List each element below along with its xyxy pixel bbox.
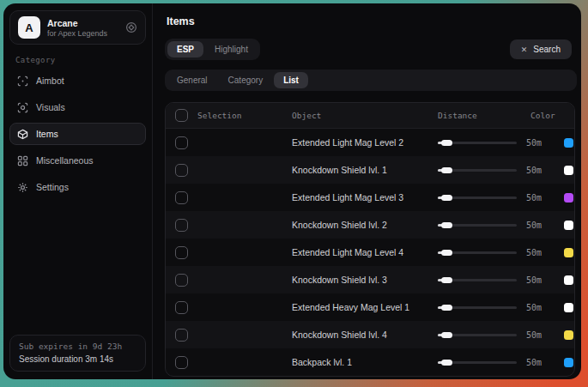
row-checkbox[interactable]	[175, 136, 188, 149]
table-row: Extended Light Mag Level 3 50m	[166, 184, 574, 211]
search-button-label: Search	[533, 45, 561, 54]
distance-slider[interactable]	[438, 224, 517, 227]
row-checkbox[interactable]	[175, 191, 188, 204]
distance-slider[interactable]	[438, 251, 517, 254]
slider-handle[interactable]	[441, 195, 452, 201]
column-header-object: Object	[292, 111, 438, 120]
table-row: Backpack lvl. 1 50m	[166, 348, 574, 376]
tab-list[interactable]: List	[274, 72, 308, 88]
app-logo-card: A Arcane for Apex Legends	[9, 10, 146, 45]
gear-icon	[17, 182, 28, 193]
distance-slider[interactable]	[438, 142, 517, 144]
sidebar-item-label: Items	[36, 129, 58, 139]
object-label: Extended Light Mag Level 3	[292, 192, 438, 203]
sidebar-item-settings[interactable]: Settings	[9, 176, 146, 198]
distance-value: 50m	[526, 330, 542, 340]
object-label: Knockdown Shield lvl. 3	[292, 275, 438, 285]
color-swatch[interactable]	[564, 275, 573, 285]
slider-handle[interactable]	[441, 140, 452, 146]
color-swatch[interactable]	[564, 138, 573, 148]
tab-general[interactable]: General	[167, 72, 217, 88]
distance-slider[interactable]	[438, 334, 517, 336]
sidebar-item-visuals[interactable]: Visuals	[9, 96, 146, 118]
color-swatch[interactable]	[564, 303, 573, 312]
sidebar-item-label: Miscellaneous	[36, 155, 94, 166]
table-row: Extended Heavy Mag Level 1 50m	[166, 293, 574, 321]
table-row: Extended Light Mag Level 4 50m	[166, 239, 574, 266]
color-swatch[interactable]	[564, 193, 573, 203]
slider-handle[interactable]	[441, 277, 452, 283]
table-body: Extended Light Mag Level 2 50m Knockdown…	[166, 129, 574, 376]
slider-handle[interactable]	[441, 305, 452, 311]
object-label: Knockdown Shield lvl. 2	[292, 220, 438, 230]
distance-value: 50m	[526, 275, 542, 285]
slider-handle[interactable]	[441, 332, 452, 338]
slider-handle[interactable]	[441, 222, 452, 228]
object-label: Backpack lvl. 1	[292, 357, 438, 367]
tab-highlight[interactable]: Highlight	[205, 41, 258, 57]
distance-slider[interactable]	[438, 306, 517, 309]
toolbar: ESP Highlight ✕ Search	[165, 39, 577, 60]
color-swatch[interactable]	[564, 221, 573, 230]
object-label: Knockdown Shield lvl. 4	[292, 330, 438, 340]
table-row: Knockdown Shield lvl. 1 50m	[166, 156, 574, 184]
mode-tabs: ESP Highlight	[165, 39, 260, 60]
row-checkbox[interactable]	[175, 274, 188, 287]
search-button[interactable]: ✕ Search	[510, 39, 572, 59]
object-label: Extended Heavy Mag Level 1	[292, 302, 438, 312]
sidebar-section-label: Category	[15, 56, 146, 64]
distance-value: 50m	[526, 138, 542, 148]
main-panel: Items ESP Highlight ✕ Search General Cat…	[153, 3, 581, 379]
row-checkbox[interactable]	[175, 356, 188, 369]
eye-scan-icon	[17, 102, 28, 113]
sidebar-item-miscellaneous[interactable]: Miscellaneous	[9, 149, 146, 172]
x-icon: ✕	[521, 45, 528, 54]
object-label: Extended Light Mag Level 2	[292, 137, 438, 148]
column-header-selection: Selection	[197, 111, 241, 120]
table-row: Knockdown Shield lvl. 2 50m	[166, 211, 574, 239]
app-logo: A	[18, 16, 40, 39]
distance-slider[interactable]	[438, 279, 517, 281]
distance-value: 50m	[526, 193, 542, 203]
sidebar: A Arcane for Apex Legends Category	[3, 3, 153, 379]
distance-value: 50m	[526, 303, 542, 312]
row-checkbox[interactable]	[175, 219, 188, 232]
package-icon	[17, 129, 28, 140]
subscription-info: Sub expires in 9d 23h Session duration 3…	[9, 335, 146, 372]
row-checkbox[interactable]	[175, 246, 188, 259]
sidebar-item-items[interactable]: Items	[9, 123, 146, 145]
distance-value: 50m	[526, 358, 542, 367]
distance-slider[interactable]	[438, 169, 517, 172]
row-checkbox[interactable]	[175, 301, 188, 314]
object-label: Extended Light Mag Level 4	[292, 247, 438, 257]
row-checkbox[interactable]	[175, 164, 188, 177]
distance-slider[interactable]	[438, 361, 517, 364]
app-name: Arcane	[47, 18, 107, 28]
sidebar-nav: Aimbot Visuals Items	[9, 70, 146, 198]
select-all-checkbox[interactable]	[175, 109, 188, 122]
distance-slider[interactable]	[438, 197, 517, 199]
session-duration-text: Session duration 3m 14s	[19, 354, 136, 364]
sidebar-item-label: Visuals	[36, 102, 65, 112]
column-header-distance: Distance	[438, 111, 530, 120]
sidebar-item-label: Aimbot	[36, 76, 64, 86]
slider-handle[interactable]	[441, 360, 452, 366]
table-row: Extended Light Mag Level 2 50m	[166, 129, 574, 156]
color-swatch[interactable]	[564, 330, 573, 340]
row-checkbox[interactable]	[175, 329, 188, 342]
sidebar-item-label: Settings	[36, 182, 69, 192]
slider-handle[interactable]	[441, 167, 452, 173]
sub-expiry-text: Sub expires in 9d 23h	[19, 342, 136, 351]
color-swatch[interactable]	[564, 166, 573, 175]
sidebar-item-aimbot[interactable]: Aimbot	[9, 70, 146, 92]
tab-esp[interactable]: ESP	[167, 41, 203, 57]
slider-handle[interactable]	[441, 250, 452, 256]
view-tabs: General Category List	[165, 70, 577, 91]
table-header: Selection Object Distance Color	[166, 103, 574, 129]
color-swatch[interactable]	[564, 358, 573, 367]
object-label: Knockdown Shield lvl. 1	[292, 165, 438, 175]
color-swatch[interactable]	[564, 248, 573, 257]
tab-category[interactable]: Category	[219, 72, 273, 88]
badge-icon[interactable]	[125, 21, 137, 33]
app-window: A Arcane for Apex Legends Category	[3, 3, 581, 379]
